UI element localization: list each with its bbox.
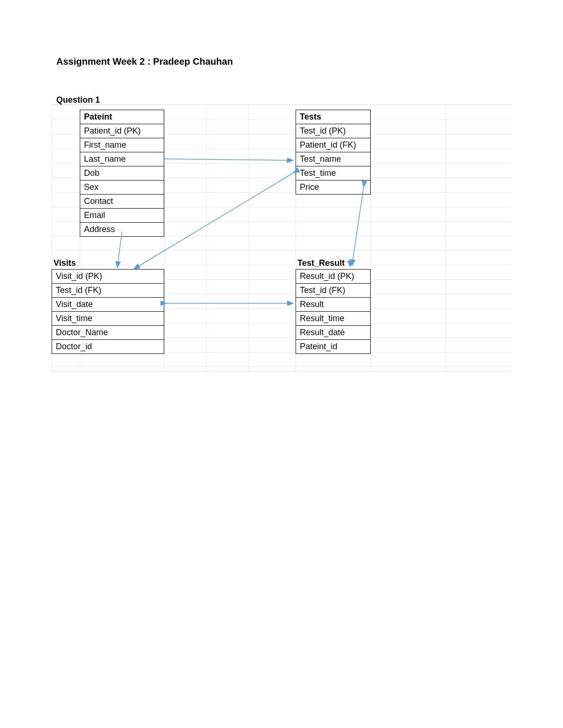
entity-visits-row: Visit_id (PK) — [52, 270, 164, 284]
entity-patient-row: Dob — [80, 166, 164, 180]
entity-patient-header: Pateint — [80, 110, 164, 124]
page-title: Assignment Week 2 : Pradeep Chauhan — [56, 56, 507, 67]
entity-patient-row: Last_name — [80, 152, 164, 166]
entity-patient-row: Address — [80, 223, 164, 237]
entity-tests-header: Tests — [296, 110, 371, 124]
entity-visits-row: Visit_date — [52, 298, 164, 312]
entity-test-result-header-label: Test_Result — [297, 257, 346, 269]
entity-tests-row: Patient_id (FK) — [296, 138, 371, 152]
diagram-area: Pateint Patient_id (PK) First_name Last_… — [52, 105, 511, 372]
entity-test-result-row: Pateint_id — [296, 340, 371, 354]
entity-patient-row: Contact — [80, 195, 164, 209]
entity-patient-row: First_name — [80, 138, 164, 152]
entity-visits-header-label: Visits — [53, 257, 77, 269]
entity-tests-row: Price — [296, 180, 371, 195]
entity-visits-row: Doctor_id — [52, 340, 164, 354]
arrow-patient-to-tests — [164, 159, 293, 160]
entity-patient-row: Patient_id (PK) — [80, 124, 164, 138]
entity-test-result-row: Result_time — [296, 312, 371, 326]
entity-tests-row: Test_name — [296, 152, 371, 166]
entity-tests-row: Test_id (PK) — [296, 124, 371, 138]
entity-tests: Tests Test_id (PK) Patient_id (FK) Test_… — [296, 110, 371, 195]
entity-patient: Pateint Patient_id (PK) First_name Last_… — [80, 110, 164, 237]
entity-test-result-row: Result_id (PK) — [296, 270, 371, 284]
entity-visits: Visit_id (PK) Test_id (FK) Visit_date Vi… — [52, 269, 164, 354]
arrow-tests-to-testresult — [352, 187, 364, 266]
entity-visits-row: Test_id (FK) — [52, 284, 164, 298]
entity-test-result-row: Result — [296, 298, 371, 312]
entity-test-result-row: Test_id (FK) — [296, 284, 371, 298]
page: Assignment Week 2 : Pradeep Chauhan Ques… — [0, 0, 563, 728]
arrow-patient-to-visits — [117, 232, 122, 268]
entity-patient-row: Email — [80, 209, 164, 223]
entity-visits-row: Visit_time — [52, 312, 164, 326]
entity-patient-row: Sex — [80, 180, 164, 195]
entity-test-result: Result_id (PK) Test_id (FK) Result Resul… — [296, 269, 371, 354]
entity-test-result-row: Result_date — [296, 326, 371, 340]
entity-tests-row: Test_time — [296, 166, 371, 180]
question-label: Question 1 — [56, 95, 507, 105]
entity-visits-row: Doctor_Name — [52, 326, 164, 340]
